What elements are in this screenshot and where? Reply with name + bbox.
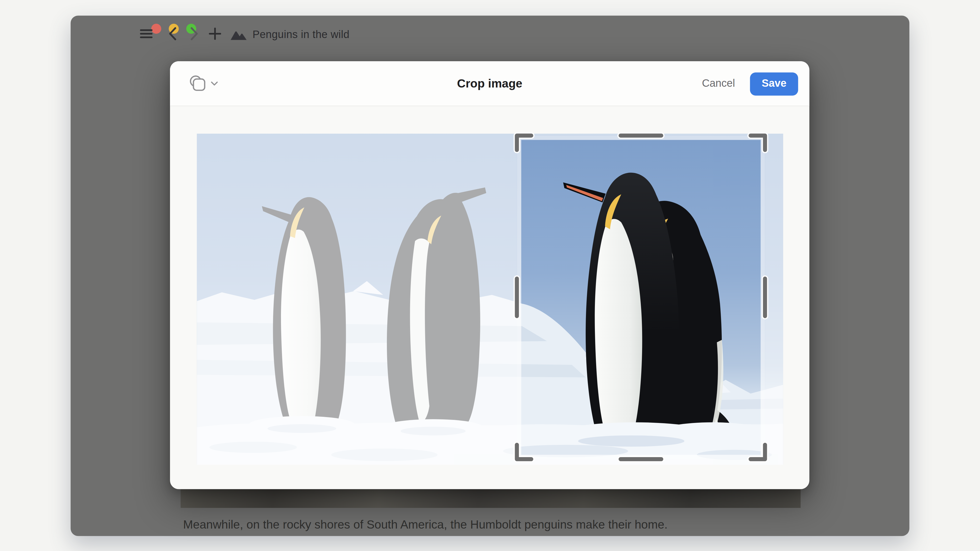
window-title: Penguins in the wild: [252, 29, 349, 41]
crop-modal: Crop image Cancel Save: [170, 61, 809, 489]
crop-modal-body: [170, 107, 809, 489]
document-caption: Meanwhile, on the rocky shores of South …: [183, 518, 808, 532]
back-button[interactable]: [163, 25, 182, 42]
add-button[interactable]: [206, 25, 224, 42]
note-image-icon: [229, 27, 248, 43]
window-titlebar: Penguins in the wild: [71, 16, 910, 54]
crop-selection-area[interactable]: [519, 138, 763, 457]
save-button[interactable]: Save: [750, 72, 798, 95]
forward-icon: [190, 27, 199, 41]
cancel-button[interactable]: Cancel: [702, 78, 735, 90]
document-image-strip: [181, 489, 800, 508]
menu-button[interactable]: [137, 25, 156, 42]
chevron-down-icon: [210, 81, 218, 86]
aspect-ratio-icon: [189, 75, 207, 93]
crop-modal-header: Crop image Cancel Save: [170, 61, 809, 106]
crop-selection-overlay: [197, 134, 783, 465]
desktop: Penguins in the wild Meanwhile, on the r…: [0, 0, 980, 551]
plus-icon: [209, 27, 221, 40]
forward-button[interactable]: [185, 25, 204, 42]
handle-halos: [517, 135, 765, 459]
back-icon: [168, 27, 177, 41]
menu-icon: [139, 28, 153, 39]
aspect-ratio-button[interactable]: [189, 74, 220, 94]
photo-canvas: [197, 134, 783, 465]
